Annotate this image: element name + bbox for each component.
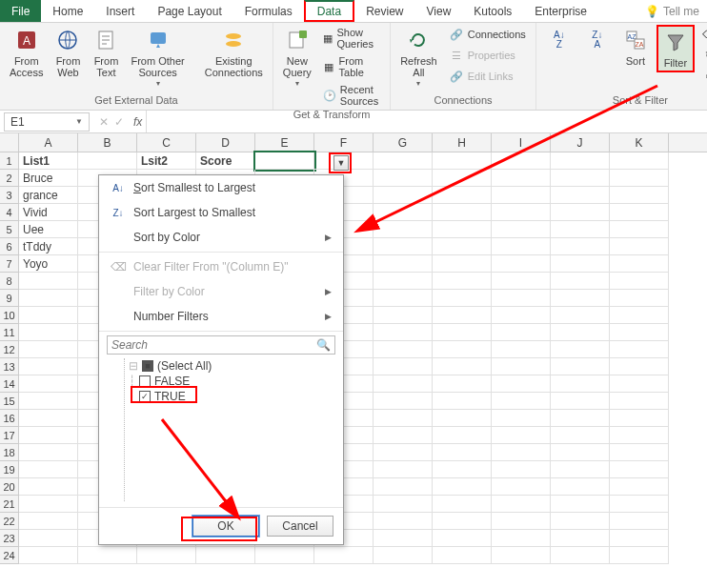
tab-kutools[interactable]: Kutools <box>462 0 523 22</box>
cell[interactable] <box>374 152 433 170</box>
cell[interactable]: tTddy <box>19 238 78 255</box>
rowhead[interactable]: 14 <box>0 375 19 393</box>
cell[interactable] <box>492 547 551 564</box>
from-access-button[interactable]: A From Access <box>6 25 47 80</box>
rowhead[interactable]: 7 <box>0 255 19 273</box>
cell[interactable] <box>551 461 610 478</box>
cell[interactable] <box>374 393 433 410</box>
cell[interactable] <box>492 187 551 204</box>
cell[interactable] <box>374 547 433 564</box>
cell[interactable] <box>492 307 551 324</box>
tell-me[interactable]: 💡 Tell me <box>637 0 707 22</box>
cell[interactable] <box>19 307 78 324</box>
cell[interactable] <box>492 410 551 427</box>
cell[interactable] <box>610 324 669 341</box>
cell[interactable] <box>433 530 492 547</box>
cell[interactable] <box>551 273 610 290</box>
checkbox-indeterminate[interactable]: ■ <box>142 360 153 372</box>
rowhead[interactable]: 24 <box>0 547 19 564</box>
cell[interactable] <box>551 513 610 530</box>
cell[interactable] <box>551 221 610 238</box>
cell[interactable] <box>610 513 669 530</box>
cell[interactable] <box>551 152 610 170</box>
cell[interactable] <box>433 427 492 444</box>
cell[interactable] <box>492 427 551 444</box>
sort-button[interactable]: AZZA Sort <box>618 25 653 69</box>
tab-insert[interactable]: Insert <box>94 0 146 22</box>
cell[interactable] <box>551 307 610 324</box>
tab-enterprise[interactable]: Enterprise <box>523 0 598 22</box>
cell[interactable] <box>492 393 551 410</box>
rowhead[interactable]: 6 <box>0 238 19 255</box>
cell[interactable] <box>137 547 196 564</box>
cell[interactable] <box>374 290 433 307</box>
cell[interactable] <box>374 375 433 393</box>
cell[interactable] <box>610 461 669 478</box>
cell[interactable] <box>433 307 492 324</box>
rowhead[interactable]: 22 <box>0 513 19 530</box>
cell[interactable] <box>610 410 669 427</box>
cell[interactable] <box>492 273 551 290</box>
rowhead[interactable]: 20 <box>0 478 19 496</box>
rowhead[interactable]: 11 <box>0 324 19 341</box>
rowhead[interactable]: 4 <box>0 204 19 221</box>
cell[interactable] <box>374 204 433 221</box>
cell[interactable] <box>19 341 78 358</box>
cell[interactable] <box>19 547 78 564</box>
cell[interactable] <box>433 187 492 204</box>
chevron-down-icon[interactable]: ▼ <box>75 117 83 126</box>
cell[interactable] <box>551 238 610 255</box>
colhead-J[interactable]: J <box>551 133 610 152</box>
cell[interactable] <box>19 393 78 410</box>
cell[interactable] <box>374 255 433 273</box>
cell[interactable] <box>492 478 551 496</box>
cell[interactable] <box>551 547 610 564</box>
cell[interactable] <box>433 410 492 427</box>
cell[interactable] <box>610 255 669 273</box>
cell[interactable] <box>551 444 610 461</box>
filter-value-selectall[interactable]: ⊟■(Select All) <box>129 358 333 374</box>
cell[interactable] <box>492 461 551 478</box>
reapply-button[interactable]: ↻Re <box>698 46 707 65</box>
cell[interactable] <box>314 547 374 564</box>
rowhead[interactable]: 13 <box>0 358 19 375</box>
cell[interactable] <box>433 255 492 273</box>
cell[interactable] <box>19 273 78 290</box>
cell[interactable] <box>433 152 492 170</box>
cell[interactable] <box>374 496 433 513</box>
tab-pagelayout[interactable]: Page Layout <box>146 0 232 22</box>
sort-az-button[interactable]: A↓Z <box>542 25 576 55</box>
cell[interactable] <box>551 324 610 341</box>
cell[interactable] <box>78 547 137 564</box>
cell[interactable] <box>374 358 433 375</box>
cell[interactable] <box>551 341 610 358</box>
cell[interactable] <box>374 324 433 341</box>
cell[interactable]: Uee <box>19 221 78 238</box>
cell[interactable] <box>19 461 78 478</box>
cell[interactable]: Vivid <box>19 204 78 221</box>
cell[interactable] <box>492 221 551 238</box>
cell[interactable] <box>19 290 78 307</box>
from-table-button[interactable]: ▦From Table <box>319 53 384 80</box>
filter-button[interactable]: Filter <box>656 25 695 72</box>
cell[interactable] <box>433 358 492 375</box>
cell[interactable] <box>551 478 610 496</box>
cell[interactable] <box>78 152 137 170</box>
cell[interactable] <box>433 170 492 187</box>
cell[interactable] <box>19 530 78 547</box>
cell[interactable] <box>374 307 433 324</box>
colhead-D[interactable]: D <box>196 133 255 152</box>
cell[interactable] <box>551 255 610 273</box>
rowhead[interactable]: 5 <box>0 221 19 238</box>
fx-button[interactable]: fx <box>130 115 146 129</box>
rowhead[interactable]: 3 <box>0 187 19 204</box>
cell[interactable] <box>255 152 314 170</box>
cell[interactable] <box>610 187 669 204</box>
cell[interactable] <box>492 513 551 530</box>
cell[interactable] <box>610 152 669 170</box>
cell[interactable] <box>433 290 492 307</box>
colhead-B[interactable]: B <box>78 133 137 152</box>
cell[interactable] <box>433 393 492 410</box>
cell[interactable] <box>433 478 492 496</box>
rowhead[interactable]: 2 <box>0 170 19 187</box>
